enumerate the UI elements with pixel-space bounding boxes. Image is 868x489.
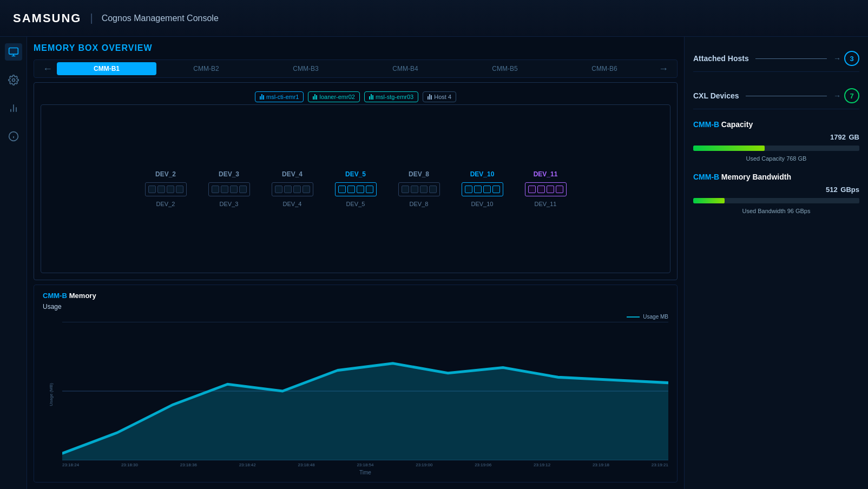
device-card-dev4[interactable]: DEV_4 DEV_4 xyxy=(272,170,313,207)
bandwidth-title-white2: Bandwidth xyxy=(752,173,791,181)
host-tag-label-2: msl-stg-emr03 xyxy=(376,94,413,100)
svg-point-1 xyxy=(12,79,15,82)
host-bar-icon-1 xyxy=(313,94,317,100)
bandwidth-section: CMM-B Memory Bandwidth 512 GBps Used Ban… xyxy=(693,173,859,214)
x-label-6: 23:19:00 xyxy=(416,462,432,467)
device-card-dev5[interactable]: DEV_5 DEV_5 xyxy=(335,170,377,207)
bandwidth-used-label: Used Bandwidth 96 GBps xyxy=(693,208,859,214)
slot xyxy=(239,186,247,193)
slot xyxy=(402,186,409,193)
x-label-1: 23:18:30 xyxy=(121,462,138,467)
nav-prev-arrow[interactable]: ← xyxy=(38,63,57,75)
sidebar-item-chart[interactable] xyxy=(5,100,22,117)
device-slots-dev11 xyxy=(525,182,567,196)
sidebar-item-monitor[interactable] xyxy=(5,43,22,61)
attached-hosts-row: Attached Hosts → 3 xyxy=(693,45,859,72)
chart-subtitle: Usage xyxy=(43,303,668,310)
device-card-dev2[interactable]: DEV_2 DEV_2 xyxy=(145,170,187,207)
hosts-and-devices-area: msl-cti-emr1 loaner-emr02 xyxy=(34,82,678,280)
slot xyxy=(547,186,554,193)
cxl-devices-label: CXL Devices xyxy=(693,91,739,100)
x-label-4: 23:18:48 xyxy=(298,462,315,467)
slot xyxy=(167,186,174,193)
device-slots-dev10 xyxy=(462,182,503,196)
left-content: MEMORY BOX OVERVIEW ← CMM-B1 CMM-B2 CMM-… xyxy=(27,37,684,489)
slot xyxy=(293,186,301,193)
slot xyxy=(338,186,346,193)
slot xyxy=(347,186,355,193)
cmm-tab-b6[interactable]: CMM-B6 xyxy=(555,62,654,75)
host-tag-label-1: loaner-emr02 xyxy=(319,94,354,100)
host-tag-3[interactable]: Host 4 xyxy=(423,91,456,102)
svg-rect-0 xyxy=(9,48,18,55)
chart-y-label: Usage (MB) xyxy=(49,383,54,406)
cxl-devices-badge[interactable]: 7 xyxy=(844,88,859,103)
slot xyxy=(230,186,238,193)
cmm-tab-b5[interactable]: CMM-B5 xyxy=(455,62,555,75)
bandwidth-total-value: 512 GBps xyxy=(693,186,859,194)
app-title: Cognos Management Console xyxy=(102,14,219,23)
device-card-dev3[interactable]: DEV_3 DEV_3 xyxy=(208,170,250,207)
cmm-tab-b3[interactable]: CMM-B3 xyxy=(256,62,356,75)
chart-svg: 500,000 0 xyxy=(62,322,668,460)
bandwidth-title-white: Memory xyxy=(721,173,753,181)
slot xyxy=(429,186,437,193)
chart-inner: Usage MB 500,000 0 xyxy=(62,314,668,475)
slot xyxy=(366,186,373,193)
header: SAMSUNG | Cognos Management Console xyxy=(0,0,868,37)
legend-label: Usage MB xyxy=(643,314,668,320)
slot xyxy=(275,186,282,193)
host-bar-icon-2 xyxy=(369,94,373,100)
sidebar-item-info[interactable] xyxy=(5,128,22,145)
device-card-dev10[interactable]: DEV_10 DEV_10 xyxy=(462,170,503,207)
host-tag-0[interactable]: msl-cti-emr1 xyxy=(255,91,304,102)
host-tag-2[interactable]: msl-stg-emr03 xyxy=(364,91,418,102)
bandwidth-bar-fill xyxy=(693,198,725,203)
sidebar xyxy=(0,37,27,489)
attached-hosts-line xyxy=(755,58,827,59)
device-slots-dev2 xyxy=(145,182,187,196)
attached-hosts-arrow-icon: → xyxy=(833,54,841,63)
host-bar-icon-3 xyxy=(428,94,432,100)
chart-x-labels: 23:18:24 23:18:30 23:18:36 23:18:42 23:1… xyxy=(62,462,668,467)
attached-hosts-badge[interactable]: 3 xyxy=(844,51,859,66)
x-label-7: 23:19:06 xyxy=(475,462,491,467)
device-label-bottom-dev5: DEV_5 xyxy=(346,201,365,207)
capacity-bar-bg xyxy=(693,146,859,151)
capacity-used-label: Used Capacity 768 GB xyxy=(693,155,859,162)
slot xyxy=(474,186,482,193)
host-tag-1[interactable]: loaner-emr02 xyxy=(308,91,359,102)
x-label-3: 23:18:42 xyxy=(239,462,256,467)
chart-title-row: CMM-B Memory xyxy=(43,292,668,300)
capacity-bar-fill xyxy=(693,146,765,151)
slot xyxy=(465,186,472,193)
samsung-logo: SAMSUNG xyxy=(13,11,81,25)
x-label-10: 23:19:21 xyxy=(652,462,668,467)
device-label-top-dev11: DEV_11 xyxy=(534,170,558,178)
device-label-top-dev4: DEV_4 xyxy=(282,170,303,178)
device-card-dev8[interactable]: DEV_8 DEV_8 xyxy=(398,170,440,207)
device-slots-dev8 xyxy=(398,182,440,196)
slot xyxy=(528,186,536,193)
x-label-0: 23:18:24 xyxy=(62,462,79,467)
x-label-5: 23:18:54 xyxy=(357,462,373,467)
chart-title-white: Memory xyxy=(69,292,96,300)
chart-container: CMM-B Memory Usage Usage (MB) Usage MB xyxy=(34,285,678,483)
nav-next-arrow[interactable]: → xyxy=(654,63,673,75)
cmm-tab-b2[interactable]: CMM-B2 xyxy=(156,62,256,75)
capacity-total-value: 1792 GB xyxy=(693,133,859,141)
x-label-8: 23:19:12 xyxy=(534,462,550,467)
slot xyxy=(157,186,165,193)
host-tag-label-0: msl-cti-emr1 xyxy=(266,94,299,100)
slot xyxy=(148,186,156,193)
legend-line xyxy=(627,316,640,318)
bandwidth-title: CMM-B Memory Bandwidth xyxy=(693,173,859,181)
sidebar-item-settings[interactable] xyxy=(5,71,22,89)
device-label-bottom-dev11: DEV_11 xyxy=(535,201,557,207)
cmm-tab-b1[interactable]: CMM-B1 xyxy=(57,62,156,75)
device-card-dev11[interactable]: DEV_11 DEV_11 xyxy=(525,170,567,207)
chart-x-title: Time xyxy=(62,470,668,475)
cmm-tab-b4[interactable]: CMM-B4 xyxy=(356,62,455,75)
device-slots-dev4 xyxy=(272,182,313,196)
page-title: MEMORY BOX OVERVIEW xyxy=(34,43,678,53)
